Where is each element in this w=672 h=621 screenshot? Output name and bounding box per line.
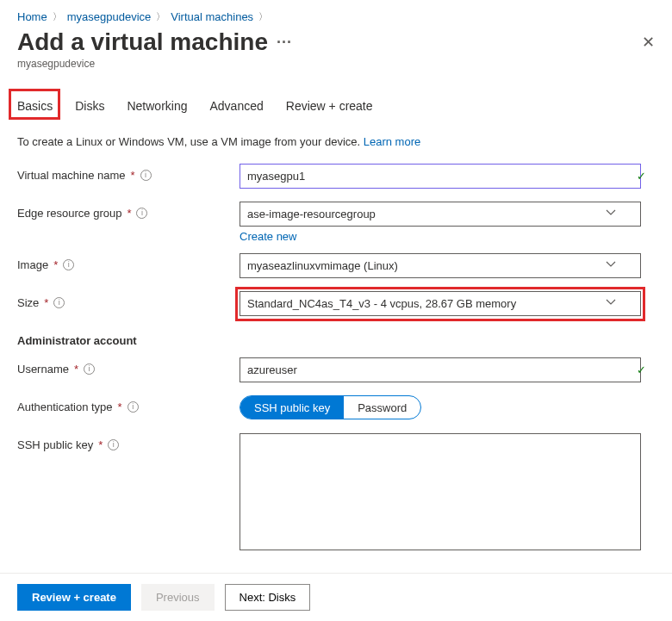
ssh-key-label: SSH public key xyxy=(17,438,93,451)
vm-name-input[interactable] xyxy=(240,164,641,189)
tab-advanced[interactable]: Advanced xyxy=(210,96,264,116)
required-icon: * xyxy=(131,169,135,182)
ssh-key-textarea[interactable] xyxy=(240,433,641,550)
tab-review[interactable]: Review + create xyxy=(286,96,373,116)
previous-button: Previous xyxy=(141,584,215,611)
required-icon: * xyxy=(44,296,48,309)
chevron-down-icon xyxy=(606,297,616,310)
required-icon: * xyxy=(118,401,122,413)
required-icon: * xyxy=(74,363,78,376)
learn-more-link[interactable]: Learn more xyxy=(364,135,420,148)
tab-networking[interactable]: Networking xyxy=(127,96,187,116)
required-icon: * xyxy=(53,258,58,271)
chevron-right-icon: 〉 xyxy=(156,10,165,23)
size-select[interactable]: Standard_NC4as_T4_v3 - 4 vcpus, 28.67 GB… xyxy=(240,291,641,316)
vm-name-label: Virtual machine name xyxy=(17,169,126,182)
tabs: Basics Disks Networking Advanced Review … xyxy=(17,96,655,116)
info-icon[interactable]: i xyxy=(108,439,119,450)
footer: Review + create Previous Next: Disks xyxy=(0,573,672,621)
info-icon[interactable]: i xyxy=(63,259,74,270)
breadcrumb-device[interactable]: myasegpudevice xyxy=(67,10,152,23)
auth-type-label: Authentication type xyxy=(17,401,113,413)
image-select[interactable]: myaseazlinuxvmimage (Linux) xyxy=(240,253,641,278)
page-subtitle: myasegpudevice xyxy=(17,58,655,70)
chevron-down-icon xyxy=(606,259,616,272)
required-icon: * xyxy=(127,207,131,220)
size-label: Size xyxy=(17,296,39,309)
chevron-right-icon: 〉 xyxy=(53,10,62,23)
create-new-link[interactable]: Create new xyxy=(240,230,296,243)
auth-type-toggle: SSH public key Password xyxy=(240,395,421,419)
admin-section-header: Administrator account xyxy=(17,334,655,347)
info-icon[interactable]: i xyxy=(140,170,152,181)
next-button[interactable]: Next: Disks xyxy=(225,584,311,611)
image-label: Image xyxy=(17,258,48,271)
erg-label: Edge resource group xyxy=(17,207,121,220)
breadcrumb-vms[interactable]: Virtual machines xyxy=(171,10,253,23)
info-icon[interactable]: i xyxy=(136,208,147,219)
intro-text: To create a Linux or Windows VM, use a V… xyxy=(17,135,655,148)
auth-password-option[interactable]: Password xyxy=(344,396,420,419)
chevron-right-icon: 〉 xyxy=(258,10,268,23)
review-create-button[interactable]: Review + create xyxy=(17,584,131,611)
more-icon[interactable]: ··· xyxy=(277,34,292,52)
info-icon[interactable]: i xyxy=(53,297,65,308)
check-icon: ✓ xyxy=(637,170,646,183)
close-icon[interactable]: ✕ xyxy=(642,34,655,50)
erg-select[interactable]: ase-image-resourcegroup xyxy=(240,202,641,227)
breadcrumb-home[interactable]: Home xyxy=(17,10,47,23)
tab-basics[interactable]: Basics xyxy=(17,96,53,116)
page-title: Add a virtual machine ··· xyxy=(17,28,292,56)
info-icon[interactable]: i xyxy=(128,401,139,413)
info-icon[interactable]: i xyxy=(84,363,95,375)
username-label: Username xyxy=(17,363,69,376)
auth-ssh-option[interactable]: SSH public key xyxy=(240,396,344,419)
check-icon: ✓ xyxy=(637,363,646,376)
chevron-down-icon xyxy=(606,208,616,220)
username-input[interactable] xyxy=(240,357,641,382)
required-icon: * xyxy=(98,438,103,451)
tab-disks[interactable]: Disks xyxy=(75,96,104,116)
breadcrumb: Home 〉 myasegpudevice 〉 Virtual machines… xyxy=(17,9,655,23)
